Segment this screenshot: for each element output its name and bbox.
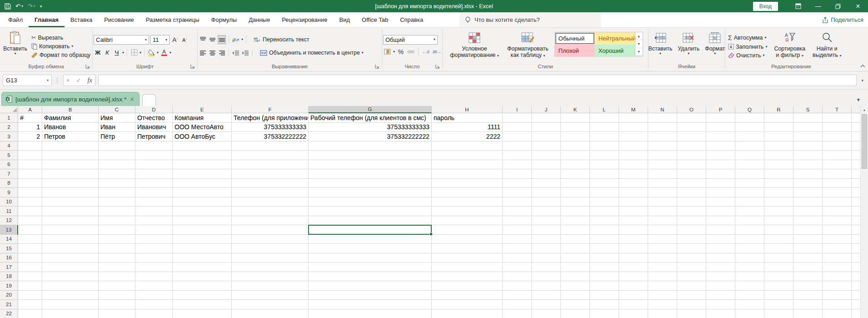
cell-P3[interactable] (706, 132, 735, 141)
number-dialog-launcher-icon[interactable] (434, 64, 440, 70)
cell-T13[interactable] (823, 225, 852, 235)
cell-C16[interactable] (99, 253, 135, 263)
bold-button[interactable]: Ж (94, 48, 102, 57)
cell-J12[interactable] (532, 216, 561, 226)
cell-H7[interactable] (432, 169, 503, 179)
cell-L15[interactable] (590, 244, 619, 253)
cell-B20[interactable] (42, 291, 99, 300)
cell-K8[interactable] (561, 179, 590, 188)
cell-I6[interactable] (503, 160, 532, 170)
column-header-partial[interactable] (852, 106, 861, 113)
redo-button[interactable]: ↷▾ (28, 3, 35, 10)
cell-J2[interactable] (532, 123, 561, 132)
cell-O14[interactable] (677, 235, 706, 244)
cell-partial-19[interactable] (852, 281, 861, 291)
name-box[interactable]: G13 ▾ (3, 75, 52, 86)
cell-H4[interactable] (432, 141, 503, 151)
cell-A1[interactable]: # (18, 113, 42, 123)
row-header-15[interactable]: 15 (0, 244, 18, 253)
cell-L2[interactable] (590, 123, 619, 132)
wrap-text-button[interactable]: ab Переносить текст (252, 35, 311, 44)
cell-B18[interactable] (42, 272, 99, 282)
font-size-combo[interactable]: 11▾ (150, 35, 170, 45)
cell-K12[interactable] (561, 216, 590, 226)
cell-O6[interactable] (677, 160, 706, 170)
cell-I21[interactable] (503, 300, 532, 309)
cell-C6[interactable] (99, 160, 135, 170)
cell-A17[interactable] (18, 262, 42, 272)
cell-T22[interactable] (823, 309, 852, 318)
cell-D14[interactable] (135, 235, 173, 244)
cell-E9[interactable] (173, 188, 232, 197)
formula-input[interactable] (98, 75, 857, 86)
cell-J5[interactable] (532, 151, 561, 160)
cell-M16[interactable] (619, 253, 648, 263)
cell-T2[interactable] (823, 123, 852, 132)
cell-L20[interactable] (590, 291, 619, 300)
cell-A3[interactable]: 2 (18, 132, 42, 141)
cell-G7[interactable] (309, 169, 432, 179)
cell-H13[interactable] (432, 225, 503, 235)
cell-L1[interactable] (590, 113, 619, 123)
column-header-I[interactable]: I (503, 106, 532, 113)
cell-Q19[interactable] (735, 281, 764, 291)
cell-R19[interactable] (764, 281, 793, 291)
cell-A4[interactable] (18, 141, 42, 151)
clear-button[interactable]: Очистить ▾ (726, 51, 769, 60)
column-header-Q[interactable]: Q (735, 106, 764, 113)
style-good[interactable]: Хороший (595, 45, 635, 57)
cell-partial-3[interactable] (852, 132, 861, 141)
cell-L14[interactable] (590, 235, 619, 244)
cell-R18[interactable] (764, 272, 793, 282)
cell-D12[interactable] (135, 216, 173, 226)
cell-K3[interactable] (561, 132, 590, 141)
row-header-12[interactable]: 12 (0, 216, 18, 226)
cell-J4[interactable] (532, 141, 561, 151)
tab-home[interactable]: Главная (29, 12, 65, 27)
cell-D9[interactable] (135, 188, 173, 197)
cell-D16[interactable] (135, 253, 173, 263)
cell-T18[interactable] (823, 272, 852, 282)
cell-R3[interactable] (764, 132, 793, 141)
cell-B16[interactable] (42, 253, 99, 263)
cell-L18[interactable] (590, 272, 619, 282)
cell-N8[interactable] (648, 179, 677, 188)
cell-H2[interactable]: 1111 (432, 123, 503, 132)
cell-D10[interactable] (135, 197, 173, 207)
document-tab[interactable]: X [шаблон для импорта водителей].xlsx * … (1, 92, 140, 106)
cell-C17[interactable] (99, 262, 135, 272)
cell-J11[interactable] (532, 207, 561, 216)
cell-C10[interactable] (99, 197, 135, 207)
row-header-3[interactable]: 3 (0, 132, 18, 141)
cell-R8[interactable] (764, 179, 793, 188)
cell-C19[interactable] (99, 281, 135, 291)
cell-O22[interactable] (677, 309, 706, 318)
cell-M17[interactable] (619, 262, 648, 272)
cell-O17[interactable] (677, 262, 706, 272)
cell-Q9[interactable] (735, 188, 764, 197)
cell-A9[interactable] (18, 188, 42, 197)
cell-O21[interactable] (677, 300, 706, 309)
close-button[interactable]: × (848, 0, 868, 12)
gallery-down-icon[interactable]: ▼ (635, 40, 643, 48)
row-header-11[interactable]: 11 (0, 207, 18, 216)
cell-L19[interactable] (590, 281, 619, 291)
cell-D5[interactable] (135, 151, 173, 160)
row-header-22[interactable]: 22 (0, 309, 18, 318)
tab-file[interactable]: Файл (0, 12, 29, 27)
cell-C5[interactable] (99, 151, 135, 160)
cell-partial-8[interactable] (852, 179, 861, 188)
cell-J15[interactable] (532, 244, 561, 253)
cell-S22[interactable] (793, 309, 823, 318)
column-header-G[interactable]: G (309, 106, 432, 113)
tab-help[interactable]: Справка (394, 12, 429, 27)
percent-style-button[interactable]: % (397, 47, 405, 56)
cell-D1[interactable]: Отчество (135, 113, 173, 123)
cell-K5[interactable] (561, 151, 590, 160)
cell-P18[interactable] (706, 272, 735, 282)
cell-O3[interactable] (677, 132, 706, 141)
cell-M6[interactable] (619, 160, 648, 170)
cell-N21[interactable] (648, 300, 677, 309)
cell-I17[interactable] (503, 262, 532, 272)
cell-M19[interactable] (619, 281, 648, 291)
